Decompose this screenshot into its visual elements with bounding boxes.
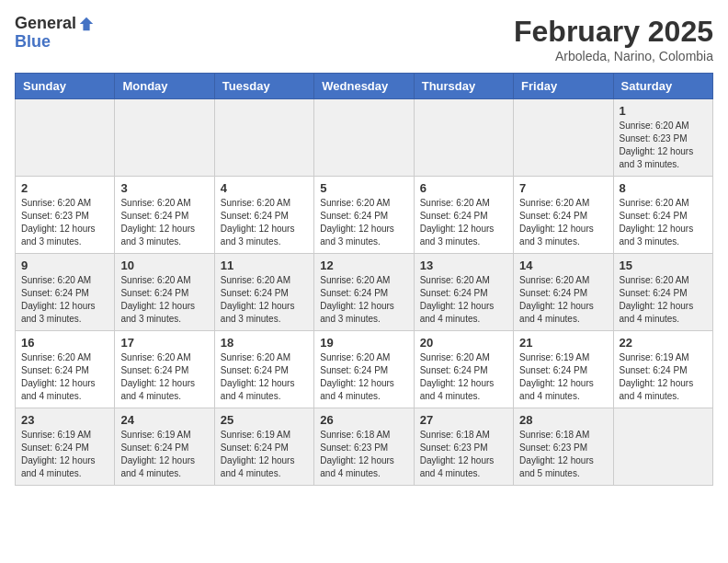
calendar-cell: 17Sunrise: 6:20 AM Sunset: 6:24 PM Dayli…	[115, 331, 214, 408]
day-info: Sunrise: 6:20 AM Sunset: 6:24 PM Dayligh…	[120, 274, 208, 326]
calendar-header-row: SundayMondayTuesdayWednesdayThursdayFrid…	[16, 74, 713, 99]
calendar-cell: 2Sunrise: 6:20 AM Sunset: 6:23 PM Daylig…	[16, 177, 115, 254]
calendar-week-row: 23Sunrise: 6:19 AM Sunset: 6:24 PM Dayli…	[16, 408, 713, 486]
calendar-cell	[514, 99, 613, 177]
logo: General Blue	[15, 15, 95, 52]
day-number: 28	[519, 413, 607, 427]
calendar-week-row: 1Sunrise: 6:20 AM Sunset: 6:23 PM Daylig…	[16, 99, 713, 177]
calendar-cell: 19Sunrise: 6:20 AM Sunset: 6:24 PM Dayli…	[314, 331, 414, 408]
calendar-cell	[16, 99, 115, 177]
calendar-week-row: 9Sunrise: 6:20 AM Sunset: 6:24 PM Daylig…	[16, 254, 713, 331]
calendar-cell: 24Sunrise: 6:19 AM Sunset: 6:24 PM Dayli…	[115, 408, 214, 486]
calendar-cell: 12Sunrise: 6:20 AM Sunset: 6:24 PM Dayli…	[314, 254, 414, 331]
day-number: 13	[420, 259, 507, 272]
calendar-cell: 4Sunrise: 6:20 AM Sunset: 6:24 PM Daylig…	[214, 177, 313, 254]
title-section: February 2025 Arboleda, Narino, Colombia	[514, 15, 713, 63]
day-header-sunday: Sunday	[16, 74, 115, 99]
calendar-cell: 7Sunrise: 6:20 AM Sunset: 6:24 PM Daylig…	[514, 177, 613, 254]
calendar-cell: 28Sunrise: 6:18 AM Sunset: 6:23 PM Dayli…	[514, 408, 613, 486]
day-number: 10	[120, 259, 208, 272]
day-number: 4	[221, 181, 308, 195]
calendar-cell: 22Sunrise: 6:19 AM Sunset: 6:24 PM Dayli…	[613, 331, 712, 408]
calendar-cell: 1Sunrise: 6:20 AM Sunset: 6:23 PM Daylig…	[613, 99, 712, 177]
day-number: 16	[21, 336, 108, 350]
day-info: Sunrise: 6:19 AM Sunset: 6:24 PM Dayligh…	[519, 351, 607, 403]
calendar-cell: 11Sunrise: 6:20 AM Sunset: 6:24 PM Dayli…	[214, 254, 313, 331]
day-info: Sunrise: 6:20 AM Sunset: 6:24 PM Dayligh…	[519, 197, 607, 248]
day-info: Sunrise: 6:20 AM Sunset: 6:24 PM Dayligh…	[420, 197, 507, 248]
day-number: 8	[620, 181, 707, 195]
day-info: Sunrise: 6:20 AM Sunset: 6:24 PM Dayligh…	[221, 197, 308, 248]
calendar-cell: 26Sunrise: 6:18 AM Sunset: 6:23 PM Dayli…	[314, 408, 414, 486]
day-info: Sunrise: 6:20 AM Sunset: 6:23 PM Dayligh…	[21, 197, 108, 248]
calendar-cell: 20Sunrise: 6:20 AM Sunset: 6:24 PM Dayli…	[414, 331, 513, 408]
day-number: 1	[620, 104, 707, 118]
day-info: Sunrise: 6:20 AM Sunset: 6:23 PM Dayligh…	[620, 120, 707, 171]
day-number: 11	[221, 259, 308, 272]
logo-blue-text: Blue	[15, 32, 51, 51]
calendar-cell: 14Sunrise: 6:20 AM Sunset: 6:24 PM Dayli…	[514, 254, 613, 331]
day-info: Sunrise: 6:20 AM Sunset: 6:24 PM Dayligh…	[620, 274, 707, 326]
day-number: 18	[221, 336, 308, 350]
calendar-cell: 5Sunrise: 6:20 AM Sunset: 6:24 PM Daylig…	[314, 177, 414, 254]
day-info: Sunrise: 6:20 AM Sunset: 6:24 PM Dayligh…	[420, 274, 507, 326]
day-info: Sunrise: 6:18 AM Sunset: 6:23 PM Dayligh…	[420, 429, 507, 480]
calendar-cell: 18Sunrise: 6:20 AM Sunset: 6:24 PM Dayli…	[214, 331, 313, 408]
day-number: 25	[221, 413, 308, 427]
page-header: General Blue February 2025 Arboleda, Nar…	[15, 15, 713, 63]
day-number: 5	[320, 181, 407, 195]
day-number: 20	[420, 336, 507, 350]
day-number: 19	[320, 336, 407, 350]
day-info: Sunrise: 6:18 AM Sunset: 6:23 PM Dayligh…	[320, 429, 407, 480]
day-number: 12	[320, 259, 407, 272]
calendar-cell: 8Sunrise: 6:20 AM Sunset: 6:24 PM Daylig…	[613, 177, 712, 254]
day-info: Sunrise: 6:20 AM Sunset: 6:24 PM Dayligh…	[221, 351, 308, 403]
day-number: 21	[519, 336, 607, 350]
day-info: Sunrise: 6:18 AM Sunset: 6:23 PM Dayligh…	[519, 429, 607, 480]
calendar-cell: 6Sunrise: 6:20 AM Sunset: 6:24 PM Daylig…	[414, 177, 513, 254]
day-info: Sunrise: 6:20 AM Sunset: 6:24 PM Dayligh…	[120, 351, 208, 403]
day-number: 22	[620, 336, 707, 350]
day-number: 7	[519, 181, 607, 195]
day-info: Sunrise: 6:20 AM Sunset: 6:24 PM Dayligh…	[21, 274, 108, 326]
day-info: Sunrise: 6:19 AM Sunset: 6:24 PM Dayligh…	[21, 429, 108, 480]
day-info: Sunrise: 6:20 AM Sunset: 6:24 PM Dayligh…	[519, 274, 607, 326]
day-header-wednesday: Wednesday	[314, 74, 414, 99]
calendar-week-row: 2Sunrise: 6:20 AM Sunset: 6:23 PM Daylig…	[16, 177, 713, 254]
day-info: Sunrise: 6:20 AM Sunset: 6:24 PM Dayligh…	[320, 197, 407, 248]
calendar-cell: 21Sunrise: 6:19 AM Sunset: 6:24 PM Dayli…	[514, 331, 613, 408]
calendar-cell: 9Sunrise: 6:20 AM Sunset: 6:24 PM Daylig…	[16, 254, 115, 331]
day-info: Sunrise: 6:19 AM Sunset: 6:24 PM Dayligh…	[221, 429, 308, 480]
calendar-cell: 15Sunrise: 6:20 AM Sunset: 6:24 PM Dayli…	[613, 254, 712, 331]
calendar-cell	[214, 99, 313, 177]
calendar-cell: 23Sunrise: 6:19 AM Sunset: 6:24 PM Dayli…	[16, 408, 115, 486]
day-info: Sunrise: 6:19 AM Sunset: 6:24 PM Dayligh…	[620, 351, 707, 403]
day-header-thursday: Thursday	[414, 74, 513, 99]
calendar-cell: 10Sunrise: 6:20 AM Sunset: 6:24 PM Dayli…	[115, 254, 214, 331]
logo-general-text: General	[15, 15, 76, 33]
calendar-cell: 13Sunrise: 6:20 AM Sunset: 6:24 PM Dayli…	[414, 254, 513, 331]
logo-icon	[78, 16, 95, 32]
calendar-cell: 16Sunrise: 6:20 AM Sunset: 6:24 PM Dayli…	[16, 331, 115, 408]
day-info: Sunrise: 6:20 AM Sunset: 6:24 PM Dayligh…	[120, 197, 208, 248]
calendar-cell	[414, 99, 513, 177]
day-header-saturday: Saturday	[613, 74, 712, 99]
day-header-monday: Monday	[115, 74, 214, 99]
month-title: February 2025	[514, 15, 713, 49]
day-info: Sunrise: 6:19 AM Sunset: 6:24 PM Dayligh…	[120, 429, 208, 480]
day-header-tuesday: Tuesday	[214, 74, 313, 99]
day-number: 2	[21, 181, 108, 195]
day-info: Sunrise: 6:20 AM Sunset: 6:24 PM Dayligh…	[21, 351, 108, 403]
calendar-cell: 27Sunrise: 6:18 AM Sunset: 6:23 PM Dayli…	[414, 408, 513, 486]
day-header-friday: Friday	[514, 74, 613, 99]
day-number: 3	[120, 181, 208, 195]
day-number: 14	[519, 259, 607, 272]
day-info: Sunrise: 6:20 AM Sunset: 6:24 PM Dayligh…	[221, 274, 308, 326]
calendar-cell	[314, 99, 414, 177]
day-number: 27	[420, 413, 507, 427]
day-info: Sunrise: 6:20 AM Sunset: 6:24 PM Dayligh…	[420, 351, 507, 403]
day-number: 17	[120, 336, 208, 350]
day-number: 15	[620, 259, 707, 272]
day-number: 9	[21, 259, 108, 272]
calendar-cell: 3Sunrise: 6:20 AM Sunset: 6:24 PM Daylig…	[115, 177, 214, 254]
